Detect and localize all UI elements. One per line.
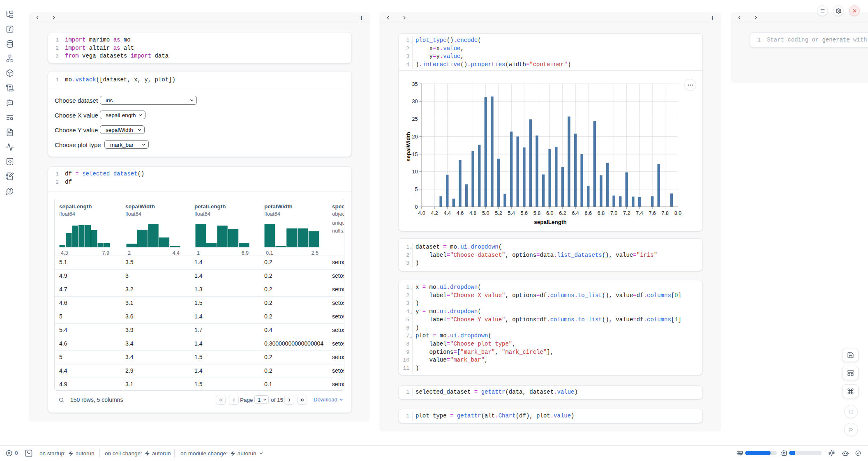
svg-text:7.2: 7.2 [623, 210, 630, 216]
svg-text:5.8: 5.8 [533, 210, 540, 216]
svg-text:0: 0 [415, 204, 418, 210]
svg-text:6.6: 6.6 [585, 210, 592, 216]
svg-text:4.8: 4.8 [469, 210, 476, 216]
svg-text:7.0: 7.0 [610, 210, 617, 216]
svg-text:7.4: 7.4 [636, 210, 643, 216]
svg-text:7.6: 7.6 [649, 210, 656, 216]
svg-text:6.2: 6.2 [559, 210, 566, 216]
svg-text:sepalLength: sepalLength [534, 219, 567, 225]
svg-text:6.4: 6.4 [572, 210, 579, 216]
svg-text:sepalWidth: sepalWidth [405, 132, 411, 161]
svg-text:6.8: 6.8 [598, 210, 605, 216]
svg-text:5.4: 5.4 [508, 210, 515, 216]
svg-text:4.6: 4.6 [457, 210, 464, 216]
svg-text:30: 30 [412, 99, 418, 104]
svg-text:6.0: 6.0 [546, 210, 553, 216]
svg-text:5: 5 [415, 187, 418, 192]
svg-text:15: 15 [412, 152, 418, 157]
svg-text:8.0: 8.0 [674, 210, 681, 216]
svg-text:35: 35 [412, 81, 418, 87]
svg-text:5.0: 5.0 [482, 210, 489, 216]
svg-text:5.2: 5.2 [495, 210, 502, 216]
svg-text:20: 20 [412, 134, 418, 140]
svg-text:4.0: 4.0 [418, 210, 425, 216]
svg-text:25: 25 [412, 116, 418, 122]
svg-text:4.4: 4.4 [444, 210, 451, 216]
svg-text:7.8: 7.8 [662, 210, 669, 216]
svg-text:4.2: 4.2 [431, 210, 438, 216]
svg-text:10: 10 [412, 169, 418, 175]
svg-text:5.6: 5.6 [521, 210, 528, 216]
